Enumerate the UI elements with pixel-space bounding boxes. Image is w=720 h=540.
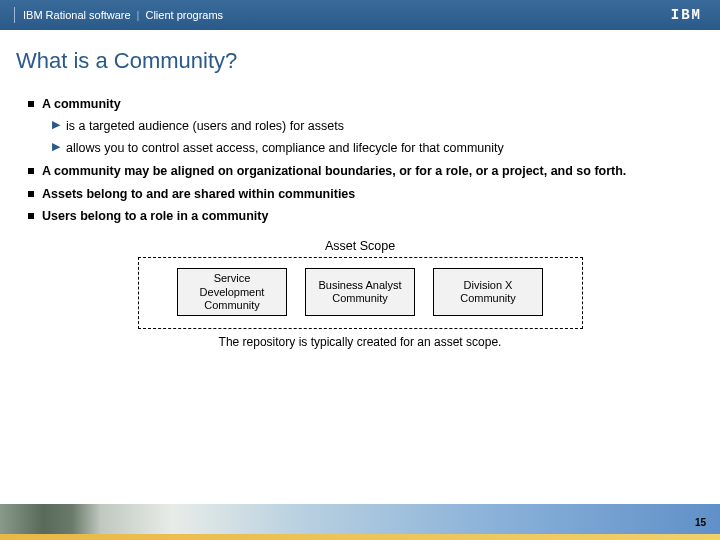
bullet-square-icon <box>28 168 34 174</box>
bullet-4-text: Users belong to a role in a community <box>42 208 268 225</box>
footer-image-strip <box>0 504 720 534</box>
footer-accent-bar <box>0 534 720 540</box>
ibm-logo: IBM <box>671 7 702 23</box>
diagram-caption: The repository is typically created for … <box>138 335 583 349</box>
scope-cell-1: Service Development Community <box>177 268 287 316</box>
page-title: What is a Community? <box>0 30 720 86</box>
scope-cell-2: Business Analyst Community <box>305 268 415 316</box>
bullet-1-sub-2: ▶ allows you to control asset access, co… <box>52 140 692 157</box>
bullet-square-icon <box>28 191 34 197</box>
header-text-2: Client programs <box>145 9 223 21</box>
header-text-1: IBM Rational software <box>23 9 131 21</box>
bullet-square-icon <box>28 101 34 107</box>
diagram-title: Asset Scope <box>138 239 583 253</box>
bullet-4: Users belong to a role in a community <box>28 208 692 225</box>
bullet-1-sub-2-text: allows you to control asset access, comp… <box>66 140 504 157</box>
bullet-1-sub-1: ▶ is a targeted audience (users and role… <box>52 118 692 135</box>
bullet-square-icon <box>28 213 34 219</box>
bullet-2: A community may be aligned on organizati… <box>28 163 692 180</box>
footer: 15 <box>0 504 720 540</box>
header-bar: IBM Rational software | Client programs … <box>0 0 720 30</box>
bullet-3: Assets belong to and are shared within c… <box>28 186 692 203</box>
bullet-1: A community <box>28 96 692 113</box>
bullet-3-text: Assets belong to and are shared within c… <box>42 186 355 203</box>
header-divider <box>14 7 15 23</box>
asset-scope-diagram: Asset Scope Service Development Communit… <box>138 239 583 349</box>
bullet-1-text: A community <box>42 96 121 113</box>
header-separator: | <box>137 9 140 21</box>
content-area: A community ▶ is a targeted audience (us… <box>0 86 720 349</box>
arrow-icon: ▶ <box>52 140 60 157</box>
header-left: IBM Rational software | Client programs <box>0 7 223 23</box>
diagram-box: Service Development Community Business A… <box>138 257 583 329</box>
arrow-icon: ▶ <box>52 118 60 135</box>
bullet-2-text: A community may be aligned on organizati… <box>42 163 626 180</box>
bullet-1-sub-1-text: is a targeted audience (users and roles)… <box>66 118 344 135</box>
scope-cell-3: Division X Community <box>433 268 543 316</box>
page-number: 15 <box>695 517 706 528</box>
